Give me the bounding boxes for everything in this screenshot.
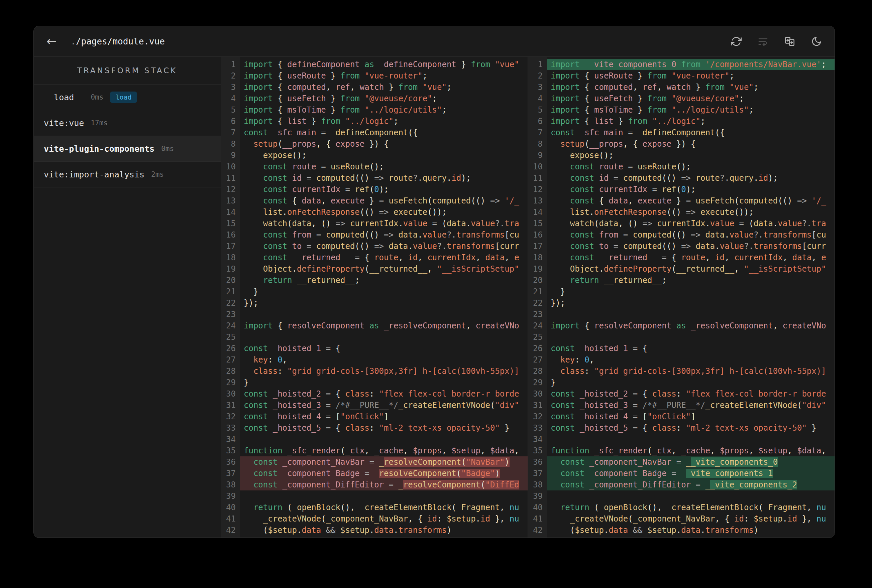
code-text: import { msToTime } from "../logic/utils…: [547, 104, 834, 116]
line-number: 7: [528, 127, 547, 138]
transform-stack-sidebar: TRANSFORM STACK __load__0msloadvite:vue1…: [34, 57, 221, 538]
plugin-time: 0ms: [161, 145, 174, 153]
line-number: 28: [528, 366, 547, 377]
line-number: 37: [528, 468, 547, 479]
line-number: 42: [221, 525, 240, 536]
code-line: 39: [528, 490, 834, 502]
line-number: 36: [528, 456, 547, 468]
line-number: 17: [528, 240, 547, 252]
code-text: _createVNode(_component_NavBar, { id: $s…: [547, 513, 834, 525]
code-line: 30const _hoisted_2 = { class: "flex flex…: [528, 388, 834, 400]
code-text: [547, 332, 834, 343]
code-text: [240, 490, 528, 502]
sidebar-item--load-[interactable]: __load__0msload: [34, 84, 221, 110]
line-number: 32: [528, 411, 547, 422]
code-text: return __returned__;: [240, 274, 528, 286]
line-number: 38: [528, 479, 547, 490]
code-text: const currentIdx = ref(0);: [547, 184, 834, 195]
sidebar-item-vite-vue[interactable]: vite:vue17ms: [34, 110, 221, 136]
code-text: import { list } from "../logic";: [547, 116, 834, 127]
code-text: Object.defineProperty(__returned__, "__i…: [240, 263, 528, 274]
sidebar-item-vite-plugin-components[interactable]: vite-plugin-components0ms: [34, 136, 221, 162]
dark-mode-icon[interactable]: [811, 36, 822, 47]
line-number: 40: [221, 502, 240, 513]
code-line: 37 const _component_Badge = _resolveComp…: [221, 468, 528, 479]
line-number: 23: [221, 309, 240, 320]
code-line: 8 setup(__props, { expose }) {: [221, 138, 528, 150]
code-text: import { msToTime } from "../logic/utils…: [240, 104, 528, 116]
code-line: 17 const to = computed(() => data.value?…: [528, 240, 834, 252]
code-panel-after[interactable]: 1import __vite_components_0 from '/compo…: [528, 57, 834, 538]
code-line: 32const _hoisted_4 = ["onClick"]: [528, 411, 834, 422]
inspect-app-window: ← ./pages/module.vue TRANSFORM STACK __l…: [33, 26, 835, 538]
compare-panes-icon[interactable]: [785, 36, 795, 47]
code-text: import { useFetch } from "@vueuse/core";: [240, 93, 528, 104]
code-text: function _sfc_render(_ctx, _cache, $prop…: [240, 445, 528, 456]
code-line: 4import { useFetch } from "@vueuse/core"…: [528, 93, 834, 104]
line-number: 33: [221, 422, 240, 434]
code-text: _createVNode(_component_NavBar, { id: $s…: [240, 513, 528, 525]
code-text: list.onFetchResponse(() => execute());: [240, 207, 528, 218]
line-number: 5: [221, 104, 240, 116]
top-bar: ← ./pages/module.vue: [34, 26, 834, 57]
code-text: const _component_NavBar = __vite_compone…: [547, 456, 834, 468]
word-wrap-icon[interactable]: [758, 36, 768, 47]
code-line: 33const _hoisted_5 = { class: "ml-2 text…: [528, 422, 834, 434]
code-text: const id = computed(() => route?.query.i…: [547, 172, 834, 184]
back-button[interactable]: ←: [47, 35, 57, 48]
code-text: }: [547, 377, 834, 388]
line-number: 31: [221, 400, 240, 411]
line-number: 19: [528, 263, 547, 274]
line-number: 10: [221, 161, 240, 172]
code-text: key: 0,: [547, 354, 834, 366]
code-text: const _sfc_main = _defineComponent({: [547, 127, 834, 138]
line-number: 33: [528, 422, 547, 434]
line-number: 6: [221, 116, 240, 127]
line-number: 3: [221, 81, 240, 93]
code-text: import { resolveComponent as _resolveCom…: [240, 320, 528, 332]
line-number: 2: [528, 70, 547, 81]
refresh-icon[interactable]: [731, 36, 741, 47]
code-line: 14 list.onFetchResponse(() => execute())…: [528, 207, 834, 218]
code-line: 41 _createVNode(_component_NavBar, { id:…: [221, 513, 528, 525]
line-number: 14: [221, 207, 240, 218]
code-line: 23: [221, 309, 528, 320]
code-text: list.onFetchResponse(() => execute());: [547, 207, 834, 218]
line-number: 22: [528, 297, 547, 309]
plugin-name: vite:vue: [44, 118, 84, 128]
line-number: 31: [528, 400, 547, 411]
code-text: }: [240, 377, 528, 388]
line-number: 17: [221, 240, 240, 252]
code-text: const _hoisted_4 = ["onClick"]: [547, 411, 834, 422]
code-line: 31const _hoisted_3 = /*#__PURE__*/_creat…: [528, 400, 834, 411]
code-line: 26const _hoisted_1 = {: [221, 343, 528, 354]
code-text: class: "grid grid-cols-[300px,3fr] h-[ca…: [240, 366, 528, 377]
code-line: 40 return (_openBlock(), _createElementB…: [221, 502, 528, 513]
transform-stack-list: __load__0msloadvite:vue17msvite-plugin-c…: [34, 84, 221, 188]
code-line: 12 const currentIdx = ref(0);: [221, 184, 528, 195]
sidebar-item-vite-import-analysis[interactable]: vite:import-analysis2ms: [34, 162, 221, 188]
code-line: 19 Object.defineProperty(__returned__, "…: [528, 263, 834, 274]
line-number: 37: [221, 468, 240, 479]
code-text: const __returned__ = { route, id, curren…: [547, 252, 834, 263]
code-line: 2import { useRoute } from "vue-router";: [221, 70, 528, 81]
plugin-name: vite:import-analysis: [44, 170, 144, 179]
code-text: import { useFetch } from "@vueuse/core";: [547, 93, 834, 104]
code-line: 9 expose();: [221, 150, 528, 161]
code-panel-before[interactable]: 1import { defineComponent as _defineComp…: [221, 57, 528, 538]
code-text: const route = useRoute();: [240, 161, 528, 172]
code-text: import { computed, ref, watch } from "vu…: [547, 81, 834, 93]
code-line: 7const _sfc_main = _defineComponent({: [221, 127, 528, 138]
line-number: 27: [528, 354, 547, 366]
line-number: 4: [528, 93, 547, 104]
line-number: 13: [528, 195, 547, 207]
code-text: [547, 434, 834, 445]
line-number: 26: [528, 343, 547, 354]
code-text: class: "grid grid-cols-[300px,3fr] h-[ca…: [547, 366, 834, 377]
code-text: }: [547, 286, 834, 297]
code-text: }: [240, 286, 528, 297]
code-line: 35function _sfc_render(_ctx, _cache, $pr…: [528, 445, 834, 456]
code-text: function _sfc_render(_ctx, _cache, $prop…: [547, 445, 834, 456]
line-number: 12: [221, 184, 240, 195]
line-number: 27: [221, 354, 240, 366]
